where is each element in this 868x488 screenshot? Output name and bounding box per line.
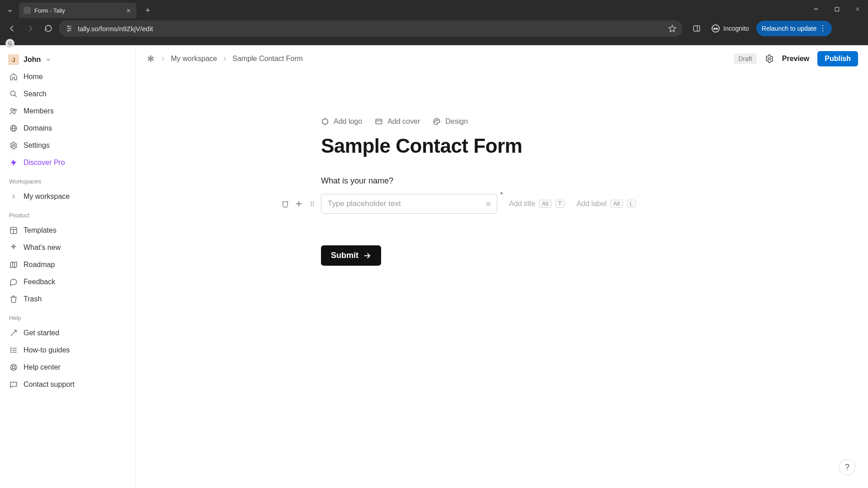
sidebar-item-domains[interactable]: Domains	[5, 120, 131, 136]
sidebar-item-get-started[interactable]: Get started	[5, 325, 131, 341]
svg-point-23	[13, 145, 15, 147]
breadcrumb-form[interactable]: Sample Contact Form	[232, 55, 303, 63]
sidebar-user-name: John	[24, 56, 41, 64]
tab-search-dropdown[interactable]	[3, 4, 17, 18]
sidebar-item-label: Domains	[24, 124, 52, 132]
relaunch-label: Relaunch to update	[762, 25, 816, 32]
globe-icon	[9, 124, 18, 133]
design-button[interactable]: Design	[433, 117, 468, 126]
bookmark-star-icon[interactable]	[668, 24, 676, 33]
tab-strip: Form - Tally +	[0, 0, 868, 18]
add-title-hint[interactable]: Add title Alt T	[509, 200, 565, 208]
address-bar[interactable]: tally.so/forms/n9ZkjV/edit	[59, 20, 683, 37]
lightning-icon	[9, 158, 18, 167]
sidebar-item-howto[interactable]: How-to guides	[5, 342, 131, 358]
browser-reload-button[interactable]	[41, 21, 56, 36]
submit-button[interactable]: Submit	[321, 245, 381, 266]
sidebar-item-trash[interactable]: Trash	[5, 291, 131, 307]
window-maximize-icon[interactable]	[826, 0, 847, 18]
status-badge: Draft	[734, 53, 756, 64]
preview-button[interactable]: Preview	[782, 55, 809, 63]
sidebar-section-product: Product	[5, 206, 131, 221]
sidebar-item-label: Get started	[24, 329, 59, 337]
form-title[interactable]: Sample Contact Form	[321, 135, 683, 157]
block-tools	[280, 199, 317, 209]
add-label-hint[interactable]: Add label Alt L	[576, 200, 636, 208]
field-settings-icon[interactable]	[484, 201, 492, 207]
sidebar-item-settings[interactable]: Settings	[5, 137, 131, 154]
svg-point-48	[435, 121, 436, 122]
drag-handle-icon[interactable]	[307, 199, 317, 209]
required-indicator: *	[500, 190, 503, 198]
design-label: Design	[445, 117, 468, 126]
help-fab[interactable]: ?	[839, 459, 855, 475]
breadcrumb-workspace[interactable]: My workspace	[171, 55, 217, 63]
sidebar-item-label: Contact support	[24, 380, 75, 389]
sidebar-item-my-workspace[interactable]: My workspace	[5, 188, 131, 205]
field-row: * Add title Alt T Add label Alt L	[321, 194, 683, 214]
palette-icon	[433, 117, 441, 126]
sidebar-item-search[interactable]: Search	[5, 86, 131, 102]
svg-point-37	[10, 352, 11, 353]
gear-icon	[9, 141, 18, 150]
sidebar-item-whats-new[interactable]: What's new	[5, 239, 131, 256]
browser-tab[interactable]: Form - Tally	[19, 3, 137, 18]
text-input-block[interactable]: *	[321, 194, 497, 214]
sidebar-item-label: Discover Pro	[24, 159, 65, 167]
sidebar-item-label: Home	[24, 73, 43, 81]
tab-close-icon[interactable]	[125, 7, 132, 14]
sidebar-item-label: What's new	[24, 244, 61, 252]
publish-button[interactable]: Publish	[817, 51, 858, 66]
sidebar-item-help-center[interactable]: Help center	[5, 359, 131, 375]
search-icon	[9, 89, 18, 99]
svg-marker-12	[669, 25, 676, 32]
sidebar-item-home[interactable]: Home	[5, 69, 131, 85]
sidebar-item-discover-pro[interactable]: Discover Pro	[5, 155, 131, 171]
window-close-icon[interactable]	[847, 0, 868, 18]
sidebar-item-templates[interactable]: Templates	[5, 222, 131, 239]
svg-line-43	[14, 368, 16, 370]
svg-line-40	[11, 365, 13, 366]
incognito-icon	[712, 24, 720, 33]
toolbar-row: tally.so/forms/n9ZkjV/edit Incognito Rel…	[0, 18, 868, 39]
browser-back-button[interactable]	[5, 21, 20, 36]
sidebar-item-members[interactable]: Members	[5, 103, 131, 119]
incognito-indicator[interactable]: Incognito	[705, 21, 755, 36]
avatar: J	[8, 54, 19, 65]
url-text: tally.so/forms/n9ZkjV/edit	[78, 25, 664, 33]
bookmark-bar: G	[0, 39, 868, 45]
svg-line-41	[14, 365, 16, 366]
sidebar-item-label: Search	[24, 90, 47, 98]
svg-point-39	[12, 366, 15, 369]
question-label[interactable]: What is your name?	[321, 176, 683, 186]
new-tab-button[interactable]: +	[141, 4, 155, 17]
add-block-icon[interactable]	[294, 199, 304, 209]
form-settings-icon[interactable]	[765, 54, 774, 63]
placeholder-input[interactable]	[328, 194, 477, 213]
site-settings-icon[interactable]	[65, 24, 73, 33]
trash-icon	[9, 295, 18, 304]
window-controls	[806, 0, 868, 18]
side-panel-icon[interactable]	[689, 21, 704, 36]
add-cover-button[interactable]: Add cover	[375, 117, 420, 126]
members-icon	[9, 107, 18, 116]
chevron-right-icon	[222, 56, 228, 62]
sidebar-item-contact[interactable]: Contact support	[5, 376, 131, 393]
delete-block-icon[interactable]	[280, 199, 290, 209]
image-icon	[375, 117, 383, 126]
svg-point-19	[14, 109, 17, 112]
chevron-right-icon	[160, 56, 166, 62]
sidebar-item-label: My workspace	[24, 192, 70, 201]
sidebar-item-feedback[interactable]: Feedback	[5, 274, 131, 290]
relaunch-button[interactable]: Relaunch to update ⋮	[756, 21, 832, 36]
browser-forward-button[interactable]	[23, 21, 38, 36]
sidebar-item-roadmap[interactable]: Roadmap	[5, 257, 131, 273]
add-logo-label: Add logo	[334, 117, 362, 126]
svg-point-56	[313, 203, 314, 204]
sidebar-user-menu[interactable]: J John	[5, 52, 131, 68]
window-minimize-icon[interactable]	[806, 0, 826, 18]
add-logo-button[interactable]: Add logo	[321, 117, 362, 126]
tally-app: J John Home Search Members Domains Setti…	[0, 45, 868, 488]
tally-logo-icon[interactable]: ✱	[146, 54, 156, 64]
svg-point-49	[436, 120, 437, 121]
